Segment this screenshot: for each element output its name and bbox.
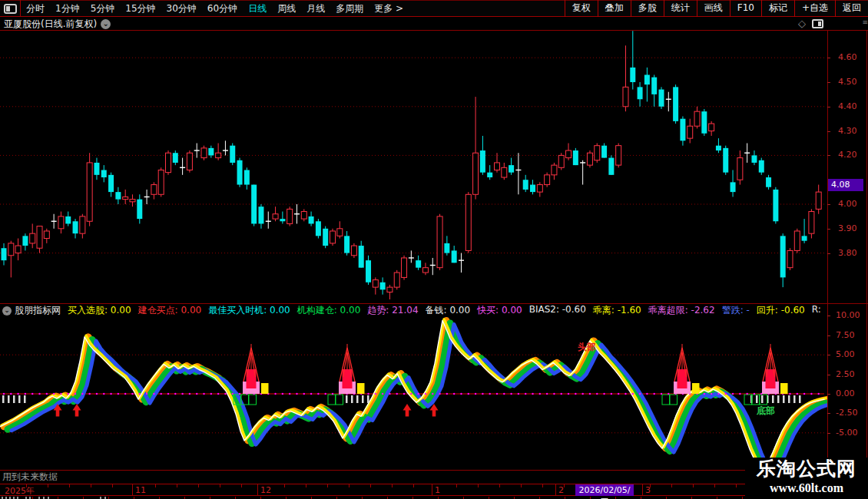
indicator-axis-label: 7.50 xyxy=(836,330,855,340)
period-tab[interactable]: 1分钟 xyxy=(55,2,80,15)
price-axis-label: 4.60 xyxy=(838,52,857,62)
axis-tick xyxy=(827,355,830,355)
period-tab[interactable]: 分时 xyxy=(26,2,45,15)
stock-title[interactable]: 亚厦股份(日线.前复权) xyxy=(4,18,97,31)
axis-tick xyxy=(827,82,830,83)
date-axis[interactable]: 2025年11121232026/02/05/四 xyxy=(0,484,827,496)
indicator-source: 股朋指标网 xyxy=(15,305,61,316)
axis-tick xyxy=(827,316,830,316)
axis-tick xyxy=(827,413,830,414)
split-panel-icon[interactable] xyxy=(812,19,823,28)
main-candlestick-chart[interactable] xyxy=(0,31,827,303)
date-tick xyxy=(155,484,156,487)
watermark-site-name: 乐淘公式网 xyxy=(745,458,868,481)
period-tabs: 分时1分钟5分钟15分钟30分钟60分钟日线周线月线多周期更多 > xyxy=(21,2,409,15)
toolbar-button[interactable]: 返回 xyxy=(836,0,868,17)
price-axis-label: 4.50 xyxy=(838,77,857,87)
indicator-chart[interactable]: 头部底部 xyxy=(0,304,827,470)
date-tick xyxy=(69,484,70,487)
date-tick xyxy=(478,484,479,487)
indicator-value: 备钱: 0.00 xyxy=(426,305,471,316)
month-boundary xyxy=(642,484,643,495)
toolbar-button[interactable]: 统计 xyxy=(664,0,697,17)
period-tab[interactable]: 日线 xyxy=(248,2,267,15)
period-tab[interactable]: 5分钟 xyxy=(91,2,115,15)
axis-tick xyxy=(827,375,830,375)
date-tick xyxy=(349,484,350,487)
date-tick xyxy=(564,484,565,487)
date-tick xyxy=(112,484,113,487)
watermark-url: www.60lt.com xyxy=(745,481,868,496)
period-tab[interactable]: 30分钟 xyxy=(167,2,197,15)
axis-tick xyxy=(827,229,830,230)
indicator-axis-label: 2.50 xyxy=(836,369,855,379)
month-boundary xyxy=(432,484,432,495)
date-label: 3 xyxy=(645,485,651,495)
indicator-axis: 10.007.505.002.500.00-2.50-5.00 xyxy=(827,304,868,470)
svg-text:底部: 底部 xyxy=(756,405,775,416)
date-tick xyxy=(48,484,48,487)
indicator-value: 回升: -0.60 xyxy=(757,305,805,316)
axis-tick xyxy=(827,155,830,156)
axis-tick xyxy=(827,58,830,58)
period-tab[interactable]: 15分钟 xyxy=(125,2,155,15)
grip-icon[interactable]: ≡ xyxy=(862,19,868,26)
period-tab[interactable]: 60分钟 xyxy=(207,2,237,15)
indicator-value: 机构建仓: 0.00 xyxy=(297,305,361,316)
month-boundary xyxy=(555,484,556,495)
date-label: 1 xyxy=(435,485,440,495)
diamond-icon[interactable]: ◇ xyxy=(798,18,806,28)
toolbar-button[interactable]: 标记 xyxy=(762,0,795,17)
top-menu-bar: 分时1分钟5分钟15分钟30分钟60分钟日线周线月线多周期更多 > 复权叠加多股… xyxy=(0,0,868,17)
indicator-header-items: 买入选股: 0.00建仓买点: 0.00最佳买入时机: 0.00机构建仓: 0.… xyxy=(68,305,824,316)
toolbar-buttons: 复权叠加多股统计画线F10标记+自选返回 xyxy=(565,0,868,17)
month-boundary xyxy=(132,484,133,495)
period-tab[interactable]: 多周期 xyxy=(336,2,363,15)
period-tab[interactable]: 更多 > xyxy=(374,2,403,15)
date-label: 12 xyxy=(260,485,271,495)
period-tab[interactable]: 周线 xyxy=(277,2,296,15)
svg-text:头部: 头部 xyxy=(578,342,596,352)
date-tick xyxy=(327,484,328,487)
indicator-value: 建仓买点: 0.00 xyxy=(138,305,202,316)
axis-tick xyxy=(827,335,830,336)
date-tick xyxy=(542,484,543,487)
panel-toggle-icon[interactable] xyxy=(4,4,17,14)
date-tick xyxy=(736,484,737,487)
toolbar-button[interactable]: +自选 xyxy=(795,0,836,17)
axis-tick xyxy=(827,204,830,205)
toolbar-button[interactable]: 画线 xyxy=(697,0,731,17)
indicator-axis-label: 5.00 xyxy=(836,349,855,359)
date-label: 2 xyxy=(558,485,564,495)
axis-tick xyxy=(827,131,830,132)
date-tick xyxy=(370,484,371,487)
toolbar-button[interactable]: 叠加 xyxy=(598,0,631,17)
toolbar-button[interactable]: 复权 xyxy=(565,0,598,17)
date-tick xyxy=(392,484,393,487)
current-price-badge: 4.08 xyxy=(828,179,863,191)
date-tick xyxy=(91,484,91,487)
price-axis-label: 4.30 xyxy=(838,126,857,136)
date-tick xyxy=(499,484,500,487)
toolbar-button[interactable]: F10 xyxy=(731,0,762,17)
price-axis-label: 4.40 xyxy=(838,101,857,111)
collapse-icon[interactable]: ⌄ xyxy=(2,306,12,316)
axis-tick xyxy=(827,394,830,395)
date-tick xyxy=(693,484,694,487)
period-tab[interactable]: 月线 xyxy=(306,2,325,15)
axis-tick xyxy=(827,107,830,107)
price-axis: 4.604.504.404.304.204.003.903.804.08 xyxy=(827,31,868,304)
indicator-axis-label: 0.00 xyxy=(836,388,855,398)
indicator-value: 乖离: -1.60 xyxy=(593,305,641,316)
chevron-down-icon[interactable]: ⌄ xyxy=(101,19,111,29)
indicator-axis-label: -5.00 xyxy=(836,428,857,438)
price-axis-label: 3.80 xyxy=(838,248,857,258)
date-tick xyxy=(241,484,242,487)
indicator-value: 最佳买入时机: 0.00 xyxy=(208,305,290,316)
indicator-value: BIAS2: -0.60 xyxy=(529,305,586,316)
date-tick xyxy=(456,484,457,487)
indicator-value: 快买: 0.00 xyxy=(477,305,522,316)
date-tick xyxy=(177,484,177,487)
toolbar-button[interactable]: 多股 xyxy=(631,0,664,17)
date-tick xyxy=(198,484,199,487)
